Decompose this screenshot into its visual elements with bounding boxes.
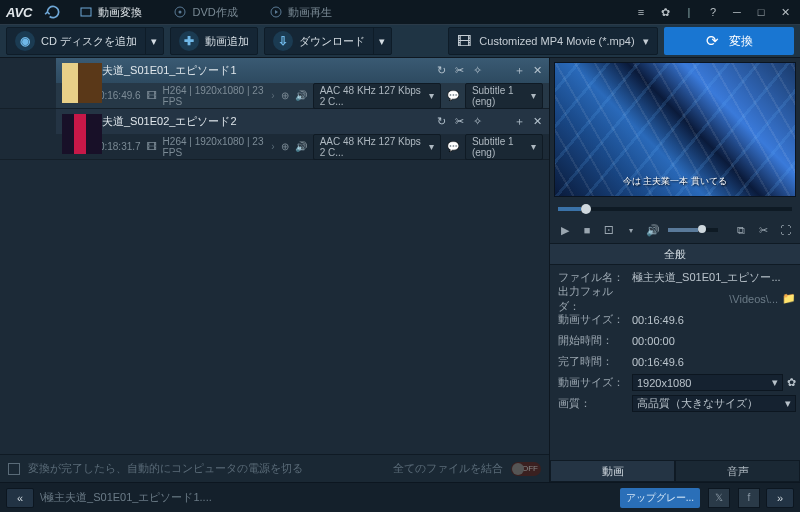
upgrade-label: アップグレー... (626, 491, 694, 505)
remove-icon[interactable]: ✕ (531, 116, 543, 128)
refresh-icon[interactable] (44, 3, 62, 21)
file-list: ✎ 極主夫道_S01E01_エピソード1 ↻ ✂ ✧ ＋ ✕ ✓ ◷ 00:16… (0, 58, 549, 454)
cut-icon[interactable]: ✂ (453, 116, 465, 128)
upgrade-button[interactable]: アップグレー... (620, 488, 700, 508)
statusbar: « \極主夫道_S01E01_エピソード1.... アップグレー... 𝕏 f … (0, 482, 800, 512)
tab-convert-label: 動画変換 (98, 5, 142, 20)
audio-select[interactable]: AAC 48 KHz 127 Kbps 2 C...▾ (313, 83, 441, 109)
size-label: 動画サイズ： (554, 312, 632, 327)
cut-icon[interactable]: ✂ (756, 223, 770, 237)
subtitle-icon: 💬 (447, 90, 459, 101)
format-select[interactable]: 🎞 Customized MP4 Movie (*.mp4) ▾ (448, 27, 658, 55)
subtitle-label: Subtitle 1 (eng) (472, 136, 527, 158)
add-disc-button[interactable]: ◉CD ディスクを追加 ▾ (6, 27, 164, 55)
speaker-icon: 🔊 (295, 90, 307, 101)
list-footer: 変換が完了したら、自動的にコンピュータの電源を切る 全てのファイルを結合 OFF (0, 454, 549, 482)
download-caret[interactable]: ▾ (373, 28, 391, 54)
chevron-down-icon[interactable]: ▾ (624, 223, 638, 237)
play-icon[interactable]: ▶ (558, 223, 572, 237)
video-preview: 今は 主夫業一本 貫いてる (554, 62, 796, 197)
quality-value: 高品質（大きなサイズ） (637, 396, 758, 411)
audio-select[interactable]: AAC 48 KHz 127 Kbps 2 C...▾ (313, 134, 441, 160)
add-disc-caret[interactable]: ▾ (145, 28, 163, 54)
audio-label: AAC 48 KHz 127 Kbps 2 C... (320, 136, 425, 158)
size-value: 00:16:49.6 (632, 314, 796, 326)
dim-select[interactable]: 1920x1080▾ (632, 374, 783, 391)
gear-icon[interactable]: ✿ (787, 376, 796, 389)
tab-dvd[interactable]: DVD作成 (160, 0, 251, 24)
list-item[interactable]: ✎ 極主夫道_S01E02_エピソード2 ↻ ✂ ✧ ＋ ✕ ✓ ◷ 00:18… (0, 109, 549, 160)
item-title: 極主夫道_S01E02_エピソード2 (80, 114, 429, 129)
expand-icon[interactable]: ⛶ (778, 223, 792, 237)
close-icon[interactable]: ✕ (776, 3, 794, 21)
repeat-icon[interactable]: ↻ (435, 65, 447, 77)
convert-icon: ⟳ (706, 32, 719, 50)
seek-bar[interactable] (550, 201, 800, 217)
help-icon[interactable]: ? (704, 3, 722, 21)
repeat-icon[interactable]: ↻ (435, 116, 447, 128)
player-controls: ▶ ■ ⚀ ▾ 🔊 ⧉ ✂ ⛶ (550, 217, 800, 243)
cut-icon[interactable]: ✂ (453, 65, 465, 77)
speaker-icon: 🔊 (295, 141, 307, 152)
encode-icon[interactable]: ⊕ (281, 90, 289, 101)
tab-convert[interactable]: 動画変換 (66, 0, 156, 24)
chevron-down-icon: ▾ (643, 35, 649, 48)
subtitle-select[interactable]: Subtitle 1 (eng)▾ (465, 83, 543, 109)
merge-switch[interactable]: OFF (511, 462, 541, 476)
prev-button[interactable]: « (6, 488, 34, 508)
film-icon: 🎞 (457, 33, 471, 49)
toolbar: ◉CD ディスクを追加 ▾ ✚動画追加 ⇩ダウンロード ▾ 🎞 Customiz… (0, 24, 800, 58)
preview-panel: 今は 主夫業一本 貫いてる ▶ ■ ⚀ ▾ 🔊 ⧉ ✂ ⛶ 全般 ファイル名：極… (550, 58, 800, 482)
convert-button[interactable]: ⟳ 変換 (664, 27, 794, 55)
list-item[interactable]: ✎ 極主夫道_S01E01_エピソード1 ↻ ✂ ✧ ＋ ✕ ✓ ◷ 00:16… (0, 58, 549, 109)
volume-slider[interactable] (668, 228, 718, 232)
tab-play[interactable]: 動画再生 (256, 0, 346, 24)
svg-rect-0 (81, 8, 91, 16)
encode-icon[interactable]: ⊕ (281, 141, 289, 152)
settings-icon[interactable]: ✿ (656, 3, 674, 21)
properties: ファイル名：極主夫道_S01E01_エピソー... 出力フォルダ：\Videos… (550, 265, 800, 416)
add-video-label: 動画追加 (205, 34, 249, 49)
status-path: \極主夫道_S01E01_エピソード1.... (40, 490, 212, 505)
download-button[interactable]: ⇩ダウンロード ▾ (264, 27, 392, 55)
add-disc-label: CD ディスクを追加 (41, 34, 137, 49)
shutdown-label: 変換が完了したら、自動的にコンピュータの電源を切る (28, 461, 303, 476)
stop-icon[interactable]: ■ (580, 223, 594, 237)
titlebar: AVC 動画変換 DVD作成 動画再生 ≡ ✿ | ? ─ □ ✕ (0, 0, 800, 24)
maximize-icon[interactable]: □ (752, 3, 770, 21)
tab-audio[interactable]: 音声 (675, 460, 800, 482)
start-label: 開始時間： (554, 333, 632, 348)
fx-icon[interactable]: ✧ (471, 116, 483, 128)
item-info: H264 | 1920x1080 | 23 FPS (163, 136, 266, 158)
facebook-icon[interactable]: f (738, 488, 760, 508)
remove-icon[interactable]: ✕ (531, 65, 543, 77)
twitter-icon[interactable]: 𝕏 (708, 488, 730, 508)
download-icon: ⇩ (273, 31, 293, 51)
folder-icon[interactable]: 📁 (782, 292, 796, 305)
convert-tab-icon (80, 6, 92, 18)
fx-icon[interactable]: ✧ (471, 65, 483, 77)
dvd-tab-icon (174, 6, 186, 18)
add-icon[interactable]: ＋ (513, 65, 525, 77)
start-value: 00:00:00 (632, 335, 796, 347)
add-icon[interactable]: ＋ (513, 116, 525, 128)
next-button[interactable]: » (766, 488, 794, 508)
minimize-icon[interactable]: ─ (728, 3, 746, 21)
tab-play-label: 動画再生 (288, 5, 332, 20)
file-list-panel: ✎ 極主夫道_S01E01_エピソード1 ↻ ✂ ✧ ＋ ✕ ✓ ◷ 00:16… (0, 58, 550, 482)
app-logo: AVC (6, 5, 32, 20)
menu-icon[interactable]: ≡ (632, 3, 650, 21)
shutdown-checkbox[interactable] (8, 463, 20, 475)
volume-icon[interactable]: 🔊 (646, 223, 660, 237)
quality-select[interactable]: 高品質（大きなサイズ）▾ (632, 395, 796, 412)
preview-subtitle: 今は 主夫業一本 貫いてる (555, 175, 795, 188)
quality-label: 画質： (554, 396, 632, 411)
merge-label: 全てのファイルを結合 (393, 461, 503, 476)
tab-video[interactable]: 動画 (550, 460, 675, 482)
outfolder-label: 出力フォルダ： (554, 284, 632, 314)
loop-icon[interactable]: ⧉ (734, 223, 748, 237)
add-video-button[interactable]: ✚動画追加 (170, 27, 258, 55)
snapshot-icon[interactable]: ⚀ (602, 223, 616, 237)
download-label: ダウンロード (299, 34, 365, 49)
subtitle-select[interactable]: Subtitle 1 (eng)▾ (465, 134, 543, 160)
